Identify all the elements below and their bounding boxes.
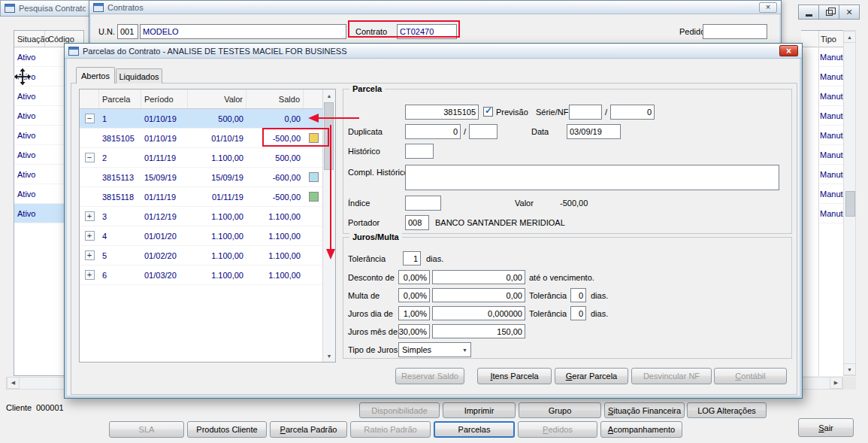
column-header-tipo: Tipo: [821, 35, 836, 44]
tipo-cell: Manutenç: [820, 106, 843, 126]
contratos-window-title: Contratos: [107, 3, 144, 12]
annotation-saldo-box: [262, 128, 329, 147]
button-itens-parcela[interactable]: Itens Parcela: [477, 368, 552, 384]
situacao-value: Ativo: [17, 131, 35, 140]
restore-icon: [826, 10, 833, 16]
bottom-bar-row2: SLAProdutos ClienteParcela PadrãoRateio …: [0, 421, 868, 438]
button-imprimir[interactable]: Imprimir: [443, 402, 516, 418]
situacao-value: Ativo: [17, 209, 35, 218]
close-button[interactable]: ×: [839, 5, 860, 20]
button-grupo[interactable]: Grupo: [519, 402, 601, 418]
scrollbar-corner: [843, 377, 856, 390]
pesquisa-window-title: Pesquisa Contrato: [19, 4, 86, 13]
tipo-cell: Manutenç: [820, 184, 843, 204]
annotation-arrow-down-head: [326, 249, 335, 259]
button-sla[interactable]: SLA: [109, 421, 184, 438]
desktop: Pesquisa Contrato Situação Código AtivoA…: [0, 0, 868, 443]
annotation-contrato-box: [348, 20, 460, 38]
button-reservar-saldo[interactable]: Reservar Saldo: [395, 368, 464, 384]
annotation-arrow-left-line: [319, 117, 359, 119]
bottom-bar-row1: DisponibilidadeImprimirGrupoSituação Fin…: [0, 402, 868, 418]
scroll-down-icon[interactable]: ▼: [843, 363, 856, 375]
un-label: U.N.: [98, 27, 115, 36]
tipo-cell: Manutenç: [820, 126, 843, 145]
scroll-right-icon[interactable]: ▶: [830, 377, 842, 389]
button-gerar-parcela[interactable]: Gerar Parcela: [555, 368, 628, 384]
button-desvincular-nf[interactable]: Desvincular NF: [631, 368, 712, 384]
button-produtos-cliente[interactable]: Produtos Cliente: [187, 421, 267, 438]
minimize-button[interactable]: [798, 5, 819, 20]
tipo-rows: ManutençManutençManutençManutençManutenç…: [820, 47, 843, 223]
button-parcela-padrao[interactable]: Parcela Padrão: [270, 421, 347, 438]
scroll-up-icon[interactable]: ▲: [843, 31, 856, 43]
annotation-arrow-left-head: [308, 114, 319, 123]
situacao-value: Ativo: [17, 170, 35, 179]
button-disponibilidade[interactable]: Disponibilidade: [359, 402, 440, 418]
pesquisa-window-icon: [5, 4, 15, 13]
annotation-arrow-down-line: [330, 125, 331, 250]
button-log-alteracoes[interactable]: LOG Alterações: [687, 402, 767, 418]
vertical-scrollbar-thumb[interactable]: [845, 191, 855, 217]
pesquisa-window-titlebar[interactable]: Pesquisa Contrato: [0, 0, 90, 17]
un-name-field[interactable]: MODELO: [140, 24, 346, 39]
restore-button[interactable]: [818, 5, 839, 20]
close-icon: ×: [846, 7, 852, 17]
situacao-value: Ativo: [17, 53, 35, 62]
button-parcelas[interactable]: Parcelas: [434, 421, 515, 438]
tipo-column-header[interactable]: Tipo: [801, 31, 843, 47]
tipo-cell: Manutenç: [820, 67, 843, 86]
tipo-cell: Manutenç: [820, 47, 843, 67]
button-contabil[interactable]: Contábil: [714, 368, 787, 384]
button-situacao-financeira[interactable]: Situação Financeira: [604, 402, 685, 418]
window-controls: ×: [799, 5, 860, 20]
tipo-cell: Manutenç: [820, 204, 843, 223]
parcelas-dialog: Parcelas do Contrato - ANALISE DE TESTES…: [64, 43, 803, 399]
tipo-cell: Manutenç: [820, 145, 843, 165]
tipo-cell: Manutenç: [820, 165, 843, 184]
move-cursor-icon: [14, 68, 32, 86]
button-rateio-padrao[interactable]: Rateio Padrão: [350, 421, 431, 438]
button-acompanhamento[interactable]: Acompanhamento: [600, 421, 682, 438]
dialog-buttons: Reservar SaldoItens ParcelaGerar Parcela…: [65, 44, 802, 398]
sair-button-label: Sair: [818, 423, 833, 432]
contratos-close-button[interactable]: ×: [759, 2, 777, 13]
tipo-column-panel: Tipo ManutençManutençManutençManutençMan…: [801, 30, 843, 376]
contratos-window-icon: [93, 3, 104, 12]
tipo-cell: Manutenç: [820, 86, 843, 106]
scroll-left-icon[interactable]: ◀: [7, 377, 20, 389]
situacao-value: Ativo: [17, 111, 35, 120]
situacao-value: Ativo: [17, 92, 35, 101]
minimize-icon: [806, 14, 812, 17]
button-sair[interactable]: Sair: [798, 418, 854, 437]
vertical-scrollbar[interactable]: ▲ ▼: [843, 30, 856, 376]
situacao-value: Ativo: [17, 190, 35, 199]
pedido-label: Pedido: [679, 27, 705, 36]
column-separator: [818, 31, 819, 376]
button-pedidos[interactable]: Pedidos: [518, 421, 597, 438]
situacao-value: Ativo: [17, 150, 35, 159]
pedido-field[interactable]: [703, 24, 767, 39]
column-header-situacao[interactable]: Situação: [14, 31, 44, 47]
un-code-field[interactable]: 001: [117, 24, 138, 39]
